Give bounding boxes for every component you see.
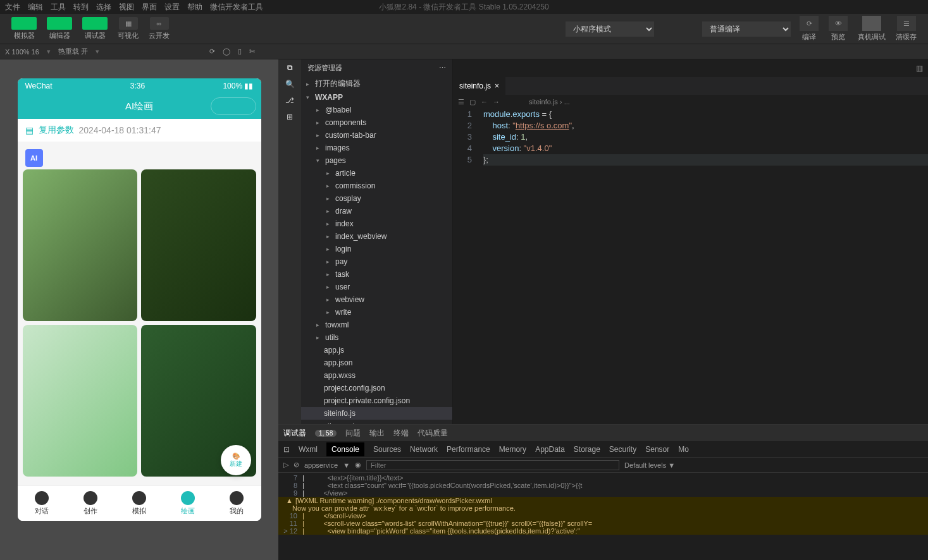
tree-folder[interactable]: ▸@babel xyxy=(301,104,452,116)
tree-file[interactable]: sitemap.json xyxy=(301,420,452,424)
tree-folder[interactable]: ▸commission xyxy=(301,180,452,192)
menu-item[interactable]: 设置 xyxy=(164,2,180,13)
capsule-button[interactable] xyxy=(211,97,256,115)
menu-item[interactable]: 选择 xyxy=(96,2,111,13)
play-icon[interactable]: ▷ xyxy=(283,461,288,469)
tree-folder[interactable]: ▸utils xyxy=(301,331,452,344)
tab-me[interactable]: 我的 xyxy=(213,486,261,521)
levels-select[interactable]: Default levels ▼ xyxy=(624,461,675,469)
menu-item[interactable]: 转到 xyxy=(73,2,89,13)
mode-select[interactable]: 小程序模式 xyxy=(566,21,654,37)
panel-sources[interactable]: Sources xyxy=(373,445,401,454)
tree-folder[interactable]: ▸user xyxy=(301,281,452,293)
menu-item[interactable]: 微信开发者工具 xyxy=(210,2,263,13)
more-icon[interactable]: ⋯ xyxy=(439,64,446,72)
bookmark-icon[interactable]: ▢ xyxy=(469,98,476,106)
panel-appdata[interactable]: AppData xyxy=(535,445,565,454)
tree-file[interactable]: app.js xyxy=(301,344,452,356)
visualize-button[interactable]: ▦可视化 xyxy=(114,16,142,42)
tree-file[interactable]: app.wxss xyxy=(301,369,452,382)
branch-icon[interactable]: ⎇ xyxy=(285,96,294,105)
eye-icon[interactable]: ◉ xyxy=(355,461,361,469)
menu-item[interactable]: 界面 xyxy=(142,2,157,13)
phone-content[interactable]: AI 🎨新建 xyxy=(18,142,261,485)
tree-folder[interactable]: ▸images xyxy=(301,142,452,154)
context-select[interactable]: appservice xyxy=(304,461,338,469)
tab-simulate[interactable]: 模拟 xyxy=(115,486,164,521)
tree-folder[interactable]: ▸pay xyxy=(301,255,452,268)
tree-folder[interactable]: ▸index xyxy=(301,217,452,230)
devtools-tab-issues[interactable]: 问题 xyxy=(345,428,361,439)
panel-memory[interactable]: Memory xyxy=(499,445,526,454)
tree-folder[interactable]: ▾pages xyxy=(301,154,452,167)
files-icon[interactable]: ⧉ xyxy=(287,63,293,72)
layout-icon[interactable]: ▥ xyxy=(916,64,923,73)
panel-security[interactable]: Security xyxy=(609,445,636,454)
search-icon[interactable]: 🔍 xyxy=(285,80,295,88)
editor-tab[interactable]: siteinfo.js × xyxy=(453,77,506,95)
menu-item[interactable]: 编辑 xyxy=(28,2,43,13)
tab-chat[interactable]: 对话 xyxy=(18,486,66,521)
hotreload-toggle[interactable]: 热重载 开 xyxy=(58,47,88,56)
refresh-icon[interactable]: ⟳ xyxy=(209,47,215,56)
tab-draw[interactable]: 绘画 xyxy=(164,486,213,521)
panel-storage[interactable]: Storage xyxy=(574,445,600,454)
tree-file[interactable]: project.config.json xyxy=(301,382,452,394)
zoom-level[interactable]: X 100% 16 xyxy=(5,48,39,56)
tree-folder[interactable]: ▸task xyxy=(301,268,452,281)
tab-create[interactable]: 创作 xyxy=(66,486,115,521)
panel-wxml[interactable]: Wxml xyxy=(299,445,318,454)
tree-folder[interactable]: ▸draw xyxy=(301,205,452,217)
device-icon[interactable]: ▯ xyxy=(238,47,242,56)
gallery-image[interactable] xyxy=(23,325,138,477)
close-icon[interactable]: × xyxy=(495,82,499,90)
devtools-tab-terminal[interactable]: 终端 xyxy=(393,428,409,439)
gallery-image[interactable] xyxy=(23,169,138,321)
tree-file[interactable]: project.private.config.json xyxy=(301,394,452,407)
inspect-icon[interactable]: ⊡ xyxy=(283,445,290,454)
compile-select[interactable]: 普通编译 xyxy=(702,21,791,37)
tree-folder[interactable]: ▸custom-tab-bar xyxy=(301,129,452,142)
tree-folder[interactable]: ▸cosplay xyxy=(301,192,452,205)
panel-sensor[interactable]: Sensor xyxy=(645,445,669,454)
cloud-button[interactable]: ∞云开发 xyxy=(145,16,173,42)
editor-button[interactable]: 编辑器 xyxy=(43,16,76,42)
tree-folder[interactable]: ▸article xyxy=(301,167,452,180)
preview-button[interactable]: 👁预览 xyxy=(825,15,851,43)
code-editor[interactable]: 1 2 3 4 5 module.exports = { host: "http… xyxy=(453,109,928,424)
debugger-button[interactable]: 调试器 xyxy=(78,16,111,42)
tree-folder[interactable]: ▸login xyxy=(301,243,452,255)
compile-button[interactable]: ⟳编译 xyxy=(796,15,822,43)
panel-network[interactable]: Network xyxy=(410,445,438,454)
panel-performance[interactable]: Performance xyxy=(447,445,490,454)
tree-file[interactable]: siteinfo.js xyxy=(301,407,452,420)
devtools-tab-debugger[interactable]: 调试器 xyxy=(283,428,306,439)
back-icon[interactable]: ← xyxy=(481,98,488,106)
menu-item[interactable]: 帮助 xyxy=(187,2,202,13)
panel-console[interactable]: Console xyxy=(326,442,364,456)
simulator-button[interactable]: 模拟器 xyxy=(8,16,40,42)
extensions-icon[interactable]: ⊞ xyxy=(287,113,293,121)
console-output[interactable]: 7| <text>{{item.title}}</text> 8| <text … xyxy=(278,473,928,560)
menu-item[interactable]: 文件 xyxy=(5,2,20,13)
panel-more[interactable]: Mo xyxy=(678,445,689,454)
new-fab[interactable]: 🎨新建 xyxy=(221,445,251,475)
breadcrumb[interactable]: ☰ ▢ ← → siteinfo.js › ... xyxy=(453,95,928,109)
tree-root[interactable]: ▾WXAPP xyxy=(301,91,452,104)
menu-item[interactable]: 工具 xyxy=(51,2,66,13)
clear-cache-button[interactable]: ☰清缓存 xyxy=(892,15,920,43)
devtools-tab-quality[interactable]: 代码质量 xyxy=(418,428,448,439)
forward-icon[interactable]: → xyxy=(493,98,500,106)
devtools-tab-output[interactable]: 输出 xyxy=(369,428,385,439)
clear-icon[interactable]: ⊘ xyxy=(294,461,299,469)
stop-icon[interactable]: ◯ xyxy=(223,47,230,56)
list-icon[interactable]: ☰ xyxy=(458,98,464,106)
tree-folder[interactable]: ▸webview xyxy=(301,293,452,306)
tree-folder[interactable]: ▸write xyxy=(301,306,452,319)
tree-folder[interactable]: ▸towxml xyxy=(301,319,452,331)
cut-icon[interactable]: ✄ xyxy=(249,47,255,56)
gallery-image[interactable] xyxy=(141,169,256,321)
filter-input[interactable] xyxy=(366,460,619,470)
tree-file[interactable]: app.json xyxy=(301,356,452,369)
tree-open-editors[interactable]: ▸打开的编辑器 xyxy=(301,76,452,91)
